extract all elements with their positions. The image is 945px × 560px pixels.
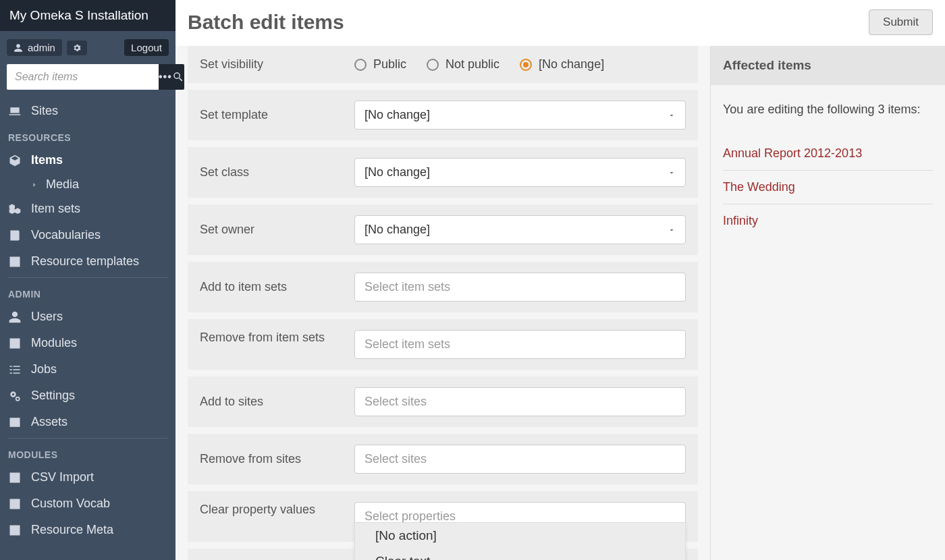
field-class: Set class [No change] bbox=[188, 147, 698, 198]
advanced-search-button[interactable]: ••• bbox=[159, 64, 172, 90]
field-label: Remove from sites bbox=[200, 451, 338, 467]
user-icon bbox=[8, 310, 22, 324]
dropdown-option-no-action[interactable]: [No action] bbox=[355, 523, 685, 549]
image-icon bbox=[8, 416, 22, 429]
affected-item-link[interactable]: The Wedding bbox=[723, 171, 933, 204]
nav-media[interactable]: Media bbox=[0, 173, 176, 196]
submit-button[interactable]: Submit bbox=[869, 9, 933, 35]
nav-sites[interactable]: Sites bbox=[0, 98, 176, 124]
nav-users[interactable]: Users bbox=[0, 304, 176, 330]
panel-body: You are editing the following 3 items: A… bbox=[711, 85, 945, 254]
pencil-square-icon bbox=[8, 255, 22, 269]
sidebar: My Omeka S Installation admin Logout •••… bbox=[0, 0, 176, 560]
field-label: Set owner bbox=[200, 222, 338, 237]
nav-heading-resources: RESOURCES bbox=[0, 124, 176, 147]
affected-panel: Affected items You are editing the follo… bbox=[710, 46, 945, 560]
nav-divider bbox=[8, 438, 167, 439]
radio-not-public[interactable]: Not public bbox=[427, 57, 500, 72]
plus-square-icon bbox=[8, 524, 22, 537]
nav-csv-import[interactable]: CSV Import bbox=[0, 464, 176, 491]
list-icon bbox=[8, 363, 22, 376]
field-label: Remove from item sets bbox=[200, 330, 338, 345]
main: Batch edit items Submit Set visibility P… bbox=[176, 0, 945, 560]
field-remove-item-sets: Remove from item sets Select item sets bbox=[188, 319, 698, 370]
gears-icon bbox=[8, 389, 22, 403]
remove-sites-select[interactable]: Select sites bbox=[354, 445, 686, 474]
nav-settings[interactable]: Settings bbox=[0, 383, 176, 409]
class-select[interactable]: [No change] bbox=[354, 158, 686, 187]
install-title[interactable]: My Omeka S Installation bbox=[0, 0, 176, 31]
extract-text-dropdown: [No action] Clear text ✓ Refresh text bbox=[354, 522, 686, 560]
user-icon bbox=[14, 43, 23, 53]
field-add-item-sets: Add to item sets Select item sets bbox=[188, 262, 698, 312]
field-remove-sites: Remove from sites Select sites bbox=[188, 434, 698, 484]
book-icon bbox=[8, 229, 22, 242]
radio-no-change[interactable]: [No change] bbox=[520, 57, 604, 72]
ellipsis-icon: ••• bbox=[159, 72, 172, 82]
main-header: Batch edit items Submit bbox=[176, 0, 945, 46]
field-label: Set template bbox=[200, 107, 338, 123]
field-label: Add to item sets bbox=[200, 279, 338, 295]
field-label: Add to sites bbox=[200, 394, 338, 410]
owner-select[interactable]: [No change] bbox=[354, 215, 686, 244]
nav-assets[interactable]: Assets bbox=[0, 409, 176, 435]
panel-intro: You are editing the following 3 items: bbox=[723, 101, 933, 118]
add-sites-select[interactable]: Select sites bbox=[354, 387, 686, 416]
page-title: Batch edit items bbox=[188, 11, 344, 34]
laptop-icon bbox=[8, 105, 22, 118]
logout-button[interactable]: Logout bbox=[124, 39, 169, 56]
chevron-down-icon bbox=[668, 226, 676, 234]
affected-item-link[interactable]: Infinity bbox=[723, 204, 933, 237]
chevron-down-icon bbox=[668, 169, 676, 177]
add-item-sets-select[interactable]: Select item sets bbox=[354, 273, 686, 302]
nav-items[interactable]: Items bbox=[0, 147, 176, 173]
cubes-icon bbox=[8, 202, 22, 216]
content-row: Set visibility Public Not public [No cha… bbox=[176, 46, 945, 560]
search-row: ••• bbox=[0, 64, 176, 98]
nav-modules[interactable]: Modules bbox=[0, 330, 176, 356]
template-select[interactable]: [No change] bbox=[354, 101, 686, 130]
field-owner: Set owner [No change] bbox=[188, 204, 698, 255]
dropdown-option-clear[interactable]: Clear text bbox=[355, 549, 685, 560]
nav-resource-meta[interactable]: Resource Meta bbox=[0, 517, 176, 543]
affected-list: Annual Report 2012-2013 The Wedding Infi… bbox=[723, 137, 933, 237]
nav-item-sets[interactable]: Item sets bbox=[0, 196, 176, 222]
plus-square-icon bbox=[8, 337, 22, 350]
visibility-radio-group: Public Not public [No change] bbox=[354, 57, 686, 72]
nav-jobs[interactable]: Jobs bbox=[0, 356, 176, 383]
user-row: admin Logout bbox=[0, 31, 176, 64]
plus-square-icon bbox=[8, 497, 22, 511]
remove-item-sets-select[interactable]: Select item sets bbox=[354, 330, 686, 359]
nav-divider bbox=[8, 277, 167, 278]
plus-square-icon bbox=[8, 471, 22, 484]
user-button[interactable]: admin bbox=[7, 39, 62, 56]
user-settings-button[interactable] bbox=[67, 40, 87, 55]
user-name: admin bbox=[28, 42, 55, 53]
field-label: Clear property values bbox=[200, 502, 338, 517]
field-add-sites: Add to sites Select sites bbox=[188, 376, 698, 427]
chevron-down-icon bbox=[668, 111, 676, 119]
caret-right-icon bbox=[31, 181, 38, 188]
field-label: Set visibility bbox=[200, 57, 338, 72]
nav-heading-modules: MODULES bbox=[0, 441, 176, 464]
affected-item-link[interactable]: Annual Report 2012-2013 bbox=[723, 137, 933, 171]
field-visibility: Set visibility Public Not public [No cha… bbox=[188, 46, 698, 83]
nav-heading-admin: ADMIN bbox=[0, 281, 176, 304]
field-clear-props: Clear property values Select properties … bbox=[188, 491, 698, 542]
radio-public[interactable]: Public bbox=[354, 57, 406, 72]
form-column: Set visibility Public Not public [No cha… bbox=[176, 46, 710, 560]
field-label: Set class bbox=[200, 165, 338, 180]
nav-resource-templates[interactable]: Resource templates bbox=[0, 248, 176, 275]
nav-vocabularies[interactable]: Vocabularies bbox=[0, 222, 176, 248]
search-input[interactable] bbox=[7, 64, 159, 90]
gear-icon bbox=[72, 43, 82, 53]
nav-custom-vocab[interactable]: Custom Vocab bbox=[0, 491, 176, 517]
panel-header: Affected items bbox=[711, 46, 945, 85]
cube-icon bbox=[8, 154, 22, 167]
field-template: Set template [No change] bbox=[188, 90, 698, 140]
